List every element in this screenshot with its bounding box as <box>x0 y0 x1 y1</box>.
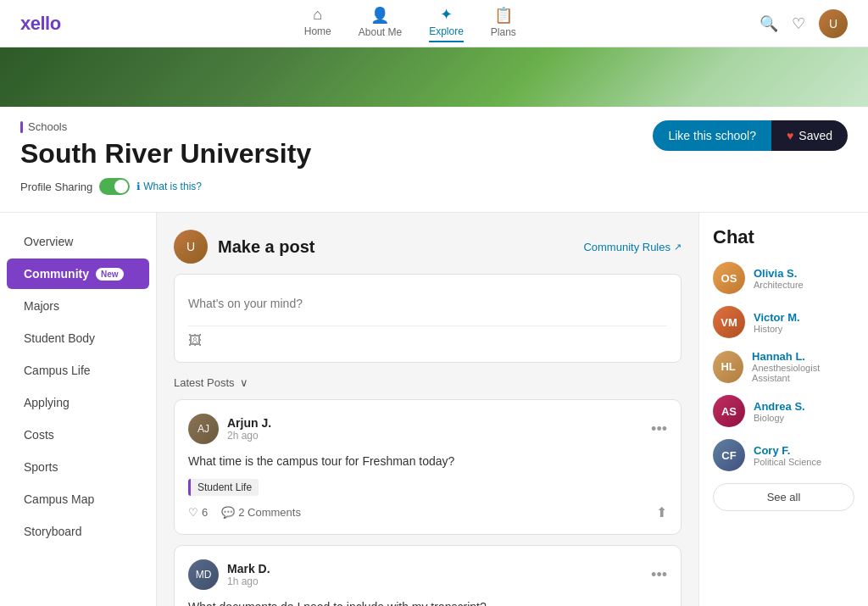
mark-avatar: MD <box>188 559 219 590</box>
olivia-avatar: OS <box>713 262 745 294</box>
hannah-avatar: HL <box>713 351 743 383</box>
post-1-user-name: Arjun J. <box>227 416 271 430</box>
nav-explore-label: Explore <box>429 25 464 37</box>
sidebar-item-costs[interactable]: Costs <box>7 420 149 450</box>
post-card-2: MD Mark D. 1h ago ••• What documents do … <box>174 545 682 606</box>
logo-text: xello <box>20 13 61 34</box>
post-1-header: AJ Arjun J. 2h ago ••• <box>188 414 667 444</box>
cory-field: Political Science <box>754 457 821 467</box>
victor-info: Victor M. History <box>754 311 800 334</box>
victor-name: Victor M. <box>754 311 800 324</box>
sidebar-item-community[interactable]: Community New <box>7 259 149 289</box>
nav-about-me-label: About Me <box>359 26 402 38</box>
external-link-icon: ↗ <box>674 242 682 253</box>
sidebar: Overview Community New Majors Student Bo… <box>0 213 157 606</box>
heart-filled-icon: ♥ <box>787 129 793 142</box>
post-section-header: U Make a post Community Rules ↗ <box>174 230 682 264</box>
sidebar-item-applying[interactable]: Applying <box>7 387 149 418</box>
post-card-1: AJ Arjun J. 2h ago ••• What time is the … <box>174 399 682 535</box>
sidebar-costs-label: Costs <box>24 428 54 442</box>
olivia-name: Olivia S. <box>754 267 804 280</box>
profile-sharing-row: Profile Sharing ℹ What is this? <box>20 178 311 195</box>
chat-sidebar: Chat OS Olivia S. Architecture VM Victor… <box>698 213 868 606</box>
chat-title: Chat <box>713 226 854 248</box>
hannah-field: Anesthesiologist Assistant <box>752 363 854 383</box>
profile-sharing-toggle[interactable] <box>99 178 130 195</box>
post-1-time: 2h ago <box>227 430 271 442</box>
nav-home-label: Home <box>304 25 331 37</box>
add-image-button[interactable]: 🖼 <box>188 333 202 348</box>
community-rules-link[interactable]: Community Rules ↗ <box>583 241 682 253</box>
share-icon: ⬆ <box>656 505 667 520</box>
chevron-down-icon: ∨ <box>240 376 248 389</box>
breadcrumb-bar <box>20 121 23 133</box>
sidebar-item-campus-map[interactable]: Campus Map <box>7 484 149 514</box>
andrea-info: Andrea S. Biology <box>754 400 805 423</box>
sidebar-sports-label: Sports <box>24 460 58 474</box>
nav-about-me[interactable]: 👤 About Me <box>359 6 402 42</box>
compose-input[interactable] <box>188 288 667 319</box>
post-2-more-button[interactable]: ••• <box>651 566 667 584</box>
arjun-avatar: AJ <box>188 414 219 444</box>
like-icon: ♡ <box>188 506 198 519</box>
current-user-avatar: U <box>174 230 208 264</box>
sidebar-applying-label: Applying <box>24 396 70 409</box>
chat-user-cory[interactable]: CF Cory F. Political Science <box>713 439 854 471</box>
post-1-likes-count: 6 <box>202 506 208 519</box>
victor-field: History <box>754 324 800 334</box>
post-1-like[interactable]: ♡ 6 <box>188 506 208 519</box>
sidebar-item-storyboard[interactable]: Storyboard <box>7 516 149 547</box>
sidebar-campus-life-label: Campus Life <box>24 364 91 377</box>
andrea-name: Andrea S. <box>754 400 805 413</box>
hero-banner <box>0 47 868 107</box>
nav-links: ⌂ Home 👤 About Me ✦ Explore 📋 Plans <box>304 5 516 42</box>
sidebar-item-student-body[interactable]: Student Body <box>7 323 149 353</box>
post-2-user-info: Mark D. 1h ago <box>227 562 270 587</box>
school-header: Schools South River University Profile S… <box>0 107 868 213</box>
user-avatar[interactable]: U <box>819 9 848 38</box>
search-icon[interactable]: 🔍 <box>760 14 778 33</box>
hannah-name: Hannah L. <box>752 350 854 363</box>
latest-posts-label: Latest Posts <box>174 376 235 389</box>
victor-avatar: VM <box>713 306 745 338</box>
chat-user-victor[interactable]: VM Victor M. History <box>713 306 854 338</box>
nav-right: 🔍 ♡ U <box>760 9 848 38</box>
see-all-chat-button[interactable]: See all <box>713 483 854 511</box>
favorites-icon[interactable]: ♡ <box>792 14 805 33</box>
sidebar-item-campus-life[interactable]: Campus Life <box>7 355 149 386</box>
explore-icon: ✦ <box>440 5 453 24</box>
app-logo[interactable]: xello <box>20 13 61 35</box>
post-1-comments[interactable]: 💬 2 Comments <box>221 506 301 519</box>
post-1-text: What time is the campus tour for Freshma… <box>188 453 667 470</box>
sidebar-item-sports[interactable]: Sports <box>7 452 149 482</box>
post-1-more-button[interactable]: ••• <box>651 420 667 438</box>
post-2-text: What documents do I need to include with… <box>188 598 667 606</box>
andrea-avatar: AS <box>713 395 745 427</box>
nav-home[interactable]: ⌂ Home <box>304 6 331 41</box>
nav-plans[interactable]: 📋 Plans <box>491 6 516 42</box>
compose-divider <box>188 325 667 326</box>
saved-button[interactable]: Like this school? ♥ Saved <box>653 120 848 151</box>
post-1-user-info: Arjun J. 2h ago <box>227 416 271 442</box>
school-title: South River University <box>20 138 311 170</box>
post-2-user-name: Mark D. <box>227 562 270 575</box>
home-icon: ⌂ <box>313 6 322 24</box>
chat-user-andrea[interactable]: AS Andrea S. Biology <box>713 395 854 427</box>
sidebar-item-majors[interactable]: Majors <box>7 291 149 321</box>
nav-explore[interactable]: ✦ Explore <box>429 5 464 42</box>
toggle-knob <box>114 180 128 193</box>
chat-user-olivia[interactable]: OS Olivia S. Architecture <box>713 262 854 294</box>
post-1-share[interactable]: ⬆ <box>656 504 667 520</box>
cory-avatar: CF <box>713 439 745 471</box>
andrea-field: Biology <box>754 413 805 423</box>
what-is-this-link[interactable]: ℹ What is this? <box>136 181 202 192</box>
sidebar-item-overview[interactable]: Overview <box>7 226 149 257</box>
cory-info: Cory F. Political Science <box>754 444 821 467</box>
post-1-tag[interactable]: Student Life <box>188 479 259 496</box>
post-compose-box: 🖼 <box>174 274 682 363</box>
sidebar-community-label: Community <box>24 267 89 281</box>
chat-user-hannah[interactable]: HL Hannah L. Anesthesiologist Assistant <box>713 350 854 383</box>
sidebar-majors-label: Majors <box>24 299 59 313</box>
person-icon: 👤 <box>370 6 389 25</box>
latest-posts-filter[interactable]: Latest Posts ∨ <box>174 376 682 389</box>
